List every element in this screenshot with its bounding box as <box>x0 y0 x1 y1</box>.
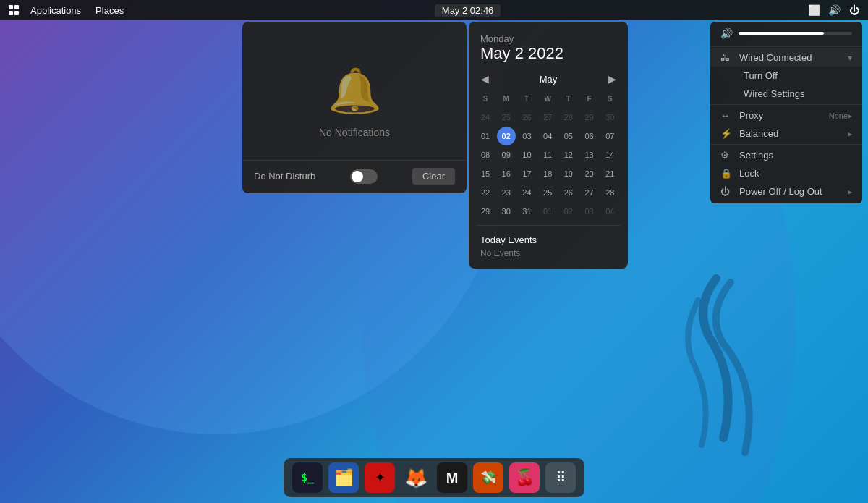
power-label: Power Off / Log Out <box>735 186 848 197</box>
cal-cell[interactable]: 26 <box>559 183 578 202</box>
balanced-item[interactable]: ⚡ Balanced ▸ <box>710 124 862 143</box>
cal-header-thu: T <box>559 89 578 108</box>
no-notifications-label: No Notifications <box>319 127 390 138</box>
cal-cell[interactable]: 29 <box>580 108 599 127</box>
taskbar-mailspring[interactable]: M <box>437 462 467 493</box>
cal-cell[interactable]: 25 <box>538 183 557 202</box>
clear-button[interactable]: Clear <box>412 168 455 185</box>
notif-footer: Do Not Disturb Clear <box>242 160 467 193</box>
bell-icon: 🔔 <box>328 65 382 117</box>
sys-tray-panel: 🔊 🖧 Wired Connected ▾ Turn Off Wired Set… <box>710 22 862 203</box>
cal-next-button[interactable]: ▶ <box>605 72 619 86</box>
power-item[interactable]: ⏻ Power Off / Log Out ▸ <box>710 182 862 200</box>
volume-icon[interactable]: 🔊 <box>826 2 842 18</box>
cal-cell[interactable]: 19 <box>559 164 578 183</box>
proxy-icon: ↔ <box>720 110 735 121</box>
dnd-toggle[interactable] <box>350 169 378 184</box>
files-icon: 🗂️ <box>334 468 354 487</box>
cal-cell[interactable]: 03 <box>580 202 599 221</box>
settings-item[interactable]: ⚙ Settings <box>710 146 862 164</box>
mail-icon: M <box>446 470 459 486</box>
clock-display[interactable]: May 2 02:46 <box>435 4 501 17</box>
cal-cell[interactable]: 17 <box>517 164 536 183</box>
cal-cell[interactable]: 22 <box>476 183 495 202</box>
cal-cell[interactable]: 29 <box>476 202 495 221</box>
cal-cell[interactable]: 11 <box>538 145 557 164</box>
cal-cell[interactable]: 27 <box>580 183 599 202</box>
wired-settings-label: Wired Settings <box>739 88 852 99</box>
taskbar-hex-editor[interactable]: ✦ <box>365 462 395 493</box>
places-menu[interactable]: Places <box>90 4 129 17</box>
wired-settings-item[interactable]: Wired Settings <box>710 85 862 103</box>
cal-cell[interactable]: 27 <box>538 108 557 127</box>
proxy-item[interactable]: ↔ Proxy None ▸ <box>710 106 862 124</box>
wired-connected-item[interactable]: 🖧 Wired Connected ▾ <box>710 48 862 67</box>
cal-week-2: 08 09 10 11 12 13 14 <box>476 145 621 164</box>
cal-cell[interactable]: 08 <box>476 145 495 164</box>
turn-off-item[interactable]: Turn Off <box>710 67 862 85</box>
cal-cell[interactable]: 01 <box>476 127 495 145</box>
taskbar: $_ 🗂️ ✦ 🦊 M 💸 🍒 ⠿ <box>284 458 584 497</box>
cal-cell[interactable]: 04 <box>600 202 619 221</box>
proxy-label: Proxy <box>735 110 825 121</box>
cal-cell-today[interactable]: 02 <box>497 127 516 145</box>
cal-cell[interactable]: 24 <box>476 108 495 127</box>
cal-cell[interactable]: 20 <box>580 164 599 183</box>
balanced-icon: ⚡ <box>720 128 735 139</box>
cal-cell[interactable]: 30 <box>600 108 619 127</box>
turn-off-label: Turn Off <box>739 70 852 81</box>
wired-expand-arrow: ▾ <box>848 53 852 63</box>
cal-header-sun: S <box>476 89 495 108</box>
cal-cell[interactable]: 09 <box>497 145 516 164</box>
power-icon[interactable]: ⏻ <box>846 2 862 18</box>
cal-prev-button[interactable]: ◀ <box>477 72 492 86</box>
taskbar-cherry[interactable]: 🍒 <box>509 462 540 493</box>
applications-menu[interactable]: Applications <box>25 4 87 17</box>
cal-cell[interactable]: 15 <box>476 164 495 183</box>
cal-cell[interactable]: 04 <box>538 127 557 145</box>
notif-content: 🔔 No Notifications <box>242 22 467 160</box>
taskbar-files[interactable]: 🗂️ <box>328 462 359 493</box>
volume-slider[interactable] <box>739 32 852 35</box>
cal-cell[interactable]: 13 <box>580 145 599 164</box>
taskbar-firefox[interactable]: 🦊 <box>401 462 431 493</box>
wired-connected-label: Wired Connected <box>735 52 848 63</box>
cal-cell[interactable]: 28 <box>600 183 619 202</box>
cal-cell[interactable]: 25 <box>497 108 516 127</box>
cal-header-tue: T <box>517 89 536 108</box>
cal-cell[interactable]: 03 <box>517 127 536 145</box>
cal-nav: ◀ May ▶ <box>469 69 628 89</box>
cal-cell[interactable]: 05 <box>559 127 578 145</box>
cal-divider <box>476 225 621 226</box>
lock-item[interactable]: 🔒 Lock <box>710 164 862 182</box>
dragon-logo <box>579 235 796 467</box>
cal-cell[interactable]: 30 <box>497 202 516 221</box>
taskbar-terminal[interactable]: $_ <box>292 462 323 493</box>
activities-button[interactable] <box>6 2 22 18</box>
cal-cell[interactable]: 26 <box>517 108 536 127</box>
proxy-value: None <box>825 111 848 120</box>
cal-cell[interactable]: 14 <box>600 145 619 164</box>
power-off-icon: ⏻ <box>720 186 735 197</box>
cal-cell[interactable]: 06 <box>580 127 599 145</box>
cal-cell[interactable]: 07 <box>600 127 619 145</box>
sys-divider-3 <box>710 144 862 145</box>
taskbar-app-grid[interactable]: ⠿ <box>545 462 576 493</box>
balanced-arrow: ▸ <box>848 129 852 139</box>
cal-cell[interactable]: 23 <box>497 183 516 202</box>
window-mode-icon[interactable]: ⬜ <box>806 2 822 18</box>
cal-cell[interactable]: 24 <box>517 183 536 202</box>
cal-cell[interactable]: 21 <box>600 164 619 183</box>
cal-cell[interactable]: 16 <box>497 164 516 183</box>
taskbar-budget[interactable]: 💸 <box>473 462 503 493</box>
cal-header-wed: W <box>538 89 557 108</box>
cal-cell[interactable]: 28 <box>559 108 578 127</box>
cal-cell[interactable]: 12 <box>559 145 578 164</box>
notification-panel: 🔔 No Notifications Do Not Disturb Clear <box>242 22 467 193</box>
cal-cell[interactable]: 31 <box>517 202 536 221</box>
settings-label: Settings <box>735 150 852 161</box>
cal-cell[interactable]: 02 <box>559 202 578 221</box>
cal-cell[interactable]: 10 <box>517 145 536 164</box>
cal-cell[interactable]: 18 <box>538 164 557 183</box>
cal-cell[interactable]: 01 <box>538 202 557 221</box>
